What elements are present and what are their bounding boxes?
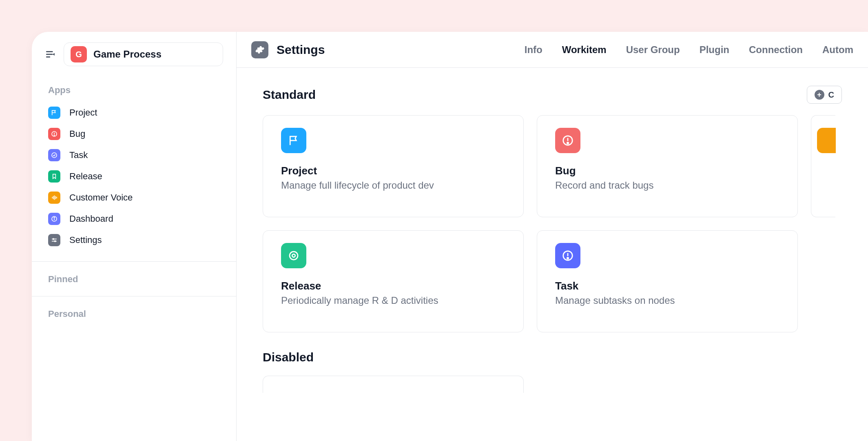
sidebar-item-settings[interactable]: Settings bbox=[42, 229, 226, 251]
sidebar-item-customer-voice[interactable]: Customer Voice bbox=[42, 187, 226, 208]
plus-icon: + bbox=[815, 90, 824, 100]
collapse-icon bbox=[45, 49, 56, 60]
section-standard-title: Standard bbox=[263, 88, 316, 102]
svg-point-6 bbox=[54, 135, 55, 136]
divider bbox=[32, 261, 236, 262]
card-description: Record and track bugs bbox=[555, 180, 779, 191]
sidebar-item-project[interactable]: Project bbox=[42, 102, 226, 123]
sidebar-item-label: Task bbox=[69, 150, 88, 160]
divider bbox=[32, 296, 236, 296]
sidebar: G Game Process Apps Project Bug bbox=[32, 32, 237, 441]
tabs: Info Workitem User Group Plugin Connecti… bbox=[525, 44, 853, 56]
workitem-card-disabled-peek[interactable] bbox=[263, 376, 524, 393]
alert-icon bbox=[48, 128, 60, 140]
page-title: Settings bbox=[277, 43, 325, 57]
svg-point-22 bbox=[567, 143, 569, 144]
gear-icon bbox=[251, 41, 268, 58]
section-disabled-title: Disabled bbox=[263, 350, 842, 364]
workitem-card-release[interactable]: Release Periodically manage R & D activi… bbox=[263, 230, 524, 332]
sidebar-item-release[interactable]: Release bbox=[42, 166, 226, 187]
flag-icon bbox=[48, 107, 60, 119]
create-workitem-button[interactable]: + C bbox=[807, 86, 842, 104]
sidebar-collapse-button[interactable] bbox=[45, 49, 56, 60]
refresh-icon bbox=[281, 243, 306, 268]
sidebar-item-label: Customer Voice bbox=[69, 192, 133, 203]
svg-marker-3 bbox=[53, 53, 54, 56]
sidebar-item-label: Release bbox=[69, 171, 102, 182]
card-title: Project bbox=[281, 165, 505, 177]
tab-workitem[interactable]: Workitem bbox=[562, 44, 607, 56]
tab-automation[interactable]: Autom bbox=[822, 44, 853, 56]
create-button-label: C bbox=[828, 90, 834, 100]
workitem-card-project[interactable]: Project Manage full lifecycle of product… bbox=[263, 115, 524, 217]
workspace-switcher[interactable]: G Game Process bbox=[64, 42, 223, 66]
sliders-icon bbox=[48, 234, 60, 246]
sidebar-item-task[interactable]: Task bbox=[42, 145, 226, 166]
svg-point-15 bbox=[54, 217, 55, 218]
sidebar-item-label: Settings bbox=[69, 235, 102, 245]
tab-info[interactable]: Info bbox=[525, 44, 542, 56]
workspace-label: Game Process bbox=[93, 49, 162, 60]
check-icon bbox=[48, 149, 60, 161]
svg-point-23 bbox=[290, 252, 298, 260]
voice-icon bbox=[48, 192, 60, 204]
card-description: Manage subtasks on nodes bbox=[555, 295, 779, 306]
sidebar-item-dashboard[interactable]: Dashboard bbox=[42, 208, 226, 229]
sidebar-section-pinned: Pinned bbox=[32, 265, 236, 285]
workitem-card-peek[interactable] bbox=[811, 115, 835, 217]
card-description: Periodically manage R & D activities bbox=[281, 295, 505, 306]
card-title: Release bbox=[281, 280, 505, 292]
sidebar-item-label: Dashboard bbox=[69, 214, 113, 224]
workitem-card-bug[interactable]: Bug Record and track bugs bbox=[537, 115, 798, 217]
card-title: Bug bbox=[555, 165, 779, 177]
alert-icon bbox=[555, 243, 580, 268]
svg-point-19 bbox=[55, 241, 56, 242]
topbar: Settings Info Workitem User Group Plugin… bbox=[237, 32, 868, 68]
tab-plugin[interactable]: Plugin bbox=[700, 44, 729, 56]
card-description: Manage full lifecycle of product dev bbox=[281, 180, 505, 191]
alert-icon bbox=[555, 128, 580, 153]
sidebar-item-label: Project bbox=[69, 107, 97, 118]
sidebar-section-personal: Personal bbox=[32, 300, 236, 320]
sidebar-item-label: Bug bbox=[69, 129, 85, 139]
flag-icon bbox=[281, 128, 306, 153]
svg-point-27 bbox=[567, 258, 569, 259]
tab-connection[interactable]: Connection bbox=[749, 44, 803, 56]
svg-point-17 bbox=[53, 238, 54, 240]
info-icon bbox=[48, 213, 60, 225]
svg-point-24 bbox=[292, 254, 295, 257]
voice-icon bbox=[817, 128, 836, 153]
sidebar-item-bug[interactable]: Bug bbox=[42, 123, 226, 145]
workspace-icon: G bbox=[71, 46, 87, 62]
bookmark-icon bbox=[48, 170, 60, 183]
sidebar-section-apps: Apps bbox=[32, 80, 236, 100]
workitem-card-task[interactable]: Task Manage subtasks on nodes bbox=[537, 230, 798, 332]
card-title: Task bbox=[555, 280, 779, 292]
tab-user-group[interactable]: User Group bbox=[626, 44, 680, 56]
workspace-initial: G bbox=[75, 50, 82, 59]
